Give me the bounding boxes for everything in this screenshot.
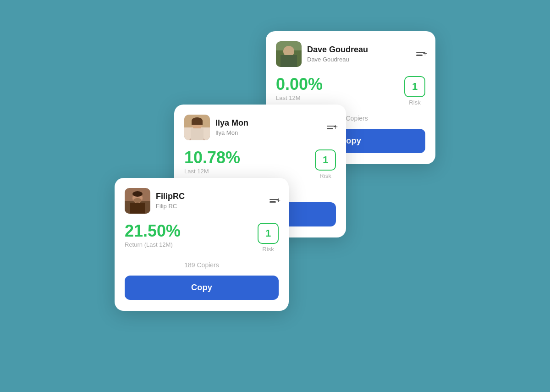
- avatar-dave: [276, 41, 302, 67]
- user-info-ilya: Ilya Mon Ilya Mon: [215, 118, 248, 136]
- return-value-dave: 0.00%: [276, 76, 323, 93]
- return-value-ilya: 10.78%: [184, 149, 240, 166]
- return-label-dave: Last 12M: [276, 94, 323, 101]
- svg-rect-15: [130, 203, 145, 214]
- menu-line-2-dave: [416, 55, 423, 56]
- risk-number-dave: 1: [404, 76, 425, 97]
- card-stats-dave: 0.00% Last 12M 1 Risk: [276, 76, 425, 106]
- card-header-ilya: Ilya Mon Ilya Mon +: [184, 115, 336, 140]
- card-header-dave: Dave Goudreau Dave Goudreau +: [276, 41, 425, 67]
- cards-container: Dave Goudreau Dave Goudreau + 0.00% Last…: [115, 31, 435, 361]
- return-section-dave: 0.00% Last 12M: [276, 76, 323, 101]
- card-stats-ilya: 10.78% Last 12M 1 Risk: [184, 149, 336, 179]
- card-header-left-dave: Dave Goudreau Dave Goudreau: [276, 41, 368, 67]
- svg-rect-4: [280, 55, 297, 67]
- return-section-ilya: 10.78% Last 12M: [184, 149, 240, 175]
- menu-icon-filip[interactable]: +: [270, 199, 279, 203]
- return-label-filip: Return (Last 12M): [125, 241, 181, 248]
- card-header-filip: FilipRC Filip RC +: [125, 188, 279, 214]
- return-value-filip: 21.50%: [125, 223, 181, 239]
- card-header-left-ilya: Ilya Mon Ilya Mon: [184, 115, 248, 140]
- copy-button-filip[interactable]: Copy: [125, 276, 279, 300]
- avatar-ilya: [184, 115, 210, 140]
- risk-label-dave: Risk: [409, 99, 420, 106]
- avatar-filip: [125, 188, 150, 214]
- user-info-dave: Dave Goudreau Dave Goudreau: [307, 45, 368, 63]
- copiers-count-filip: 189 Copiers: [184, 261, 219, 269]
- trader-card-filip: FilipRC Filip RC + 21.50% Return (Last 1…: [115, 178, 289, 311]
- return-section-filip: 21.50% Return (Last 12M): [125, 223, 181, 248]
- menu-plus-filip: +: [276, 196, 280, 204]
- return-label-ilya: Last 12M: [184, 168, 240, 175]
- risk-label-filip: Risk: [262, 246, 274, 253]
- user-info-filip: FilipRC Filip RC: [156, 192, 185, 210]
- menu-line-2-ilya: [327, 128, 333, 129]
- svg-point-17: [132, 191, 143, 197]
- card-stats-filip: 21.50% Return (Last 12M) 1 Risk: [125, 223, 279, 253]
- user-handle-dave: Dave Goudreau: [307, 56, 368, 63]
- user-name-dave: Dave Goudreau: [307, 45, 368, 55]
- menu-line-2-filip: [270, 201, 276, 203]
- risk-badge-ilya: 1 Risk: [315, 149, 336, 179]
- user-handle-filip: Filip RC: [156, 203, 185, 210]
- menu-icon-dave[interactable]: +: [416, 52, 425, 56]
- user-handle-ilya: Ilya Mon: [215, 129, 248, 136]
- menu-plus-ilya: +: [334, 123, 338, 131]
- user-name-filip: FilipRC: [156, 192, 185, 202]
- user-name-ilya: Ilya Mon: [215, 118, 248, 128]
- menu-icon-ilya[interactable]: +: [327, 126, 336, 129]
- svg-rect-10: [192, 121, 203, 125]
- risk-badge-dave: 1 Risk: [404, 76, 425, 106]
- svg-point-16: [133, 198, 142, 203]
- risk-badge-filip: 1 Risk: [258, 223, 279, 253]
- menu-plus-dave: +: [423, 50, 427, 58]
- copiers-section-filip: 189 Copiers: [125, 261, 279, 269]
- risk-number-filip: 1: [258, 223, 279, 244]
- card-header-left-filip: FilipRC Filip RC: [125, 188, 185, 214]
- risk-label-ilya: Risk: [319, 172, 331, 179]
- risk-number-ilya: 1: [315, 149, 336, 171]
- svg-rect-8: [191, 128, 204, 140]
